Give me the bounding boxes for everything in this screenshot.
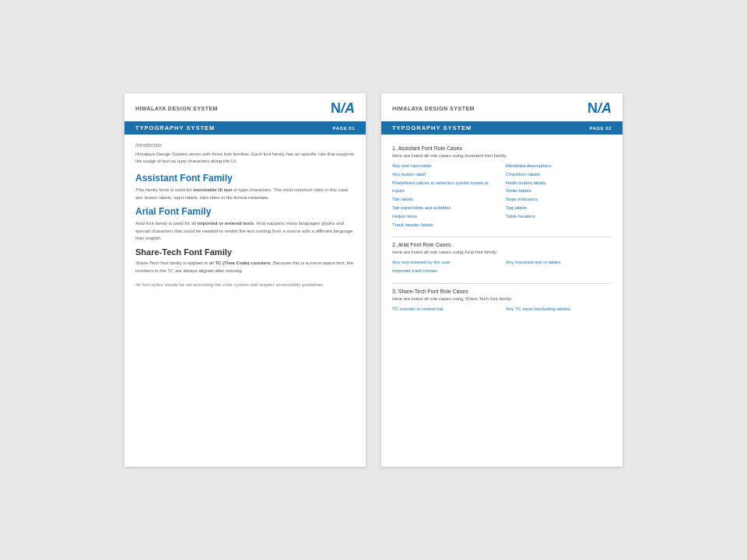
role2-left: Any text entered by the user Imported tr…: [392, 258, 498, 275]
role1-item-r2: Checkbox labels: [506, 170, 612, 179]
role1-item-6: Helper texts: [392, 212, 498, 221]
role1-item-7: Track header labels: [392, 221, 498, 229]
page-num-1: PAGE 01: [333, 126, 355, 131]
section1-heading: Assistant Font Family: [135, 173, 355, 184]
page1-content: Introduction Himalaya Design System work…: [124, 135, 366, 295]
role3-item-1: TC counter in control bar: [392, 305, 498, 313]
role1-item-2: Any button label: [392, 170, 498, 179]
role2-right: Any imported text in tables: [506, 258, 612, 275]
divider-2: [392, 283, 612, 284]
page2-banner: TYPOGRAPHY SYSTEM PAGE 02: [381, 121, 622, 135]
design-system-label-2: HIMALAYA DESIGN SYSTEM: [392, 106, 475, 111]
section2-body: Arial font family is used for all import…: [135, 220, 355, 243]
role2-item-r1: Any imported text in tables: [506, 258, 612, 267]
role3-desc: Here are listed all role cases using Sha…: [392, 296, 612, 301]
role1-item-r7: Table headers: [506, 212, 612, 221]
banner-title-1: TYPOGRAPHY SYSTEM: [135, 124, 215, 131]
page1-header: HIMALAYA DESIGN SYSTEM N/A: [124, 93, 366, 121]
role2-title: 2. Arial Font Role Cases: [392, 242, 612, 247]
role1-item-r4: Slider labels: [506, 187, 612, 195]
role1-item-5: Tab panel titles and subtitles: [392, 204, 498, 212]
intro-text: Himalaya Design System works with three …: [135, 151, 355, 165]
banner-title-2: TYPOGRAPHY SYSTEM: [392, 124, 472, 131]
role3-left: TC counter in control bar: [392, 305, 498, 313]
page-2: HIMALAYA DESIGN SYSTEM N/A TYPOGRAPHY SY…: [381, 93, 622, 467]
role1-item-r1: Metadata descriptions: [506, 162, 612, 170]
section1-body: This family fonts is used for immutable …: [135, 187, 355, 201]
logo-2: N/A: [587, 101, 612, 115]
role1-item-r6: Tag labels: [506, 204, 612, 212]
role3-item-r1: Any TC input (excluding tables): [506, 305, 612, 313]
role2-desc: Here are listed all role cases using Ari…: [392, 250, 612, 254]
role1-item-r3: Radio button labels: [506, 179, 612, 187]
role1-desc: Here are listed all role cases using Ass…: [392, 153, 612, 158]
role1-grid: Any text input label Any button label Pr…: [392, 162, 612, 229]
role2-item-2: Imported track names: [392, 267, 498, 275]
role1-item-3: Predefined values in selection combo box…: [392, 179, 498, 196]
role1-right: Metadata descriptions Checkbox labels Ra…: [506, 162, 612, 229]
page-1: HIMALAYA DESIGN SYSTEM N/A TYPOGRAPHY SY…: [124, 93, 366, 467]
role1-section: 1. Assistant Font Role Cases Here are li…: [392, 145, 612, 229]
intro-label: Introduction: [135, 142, 355, 148]
role2-item-1: Any text entered by the user: [392, 258, 498, 267]
footnote: All font styles should be set according …: [135, 282, 355, 287]
divider-1: [392, 236, 612, 237]
role1-item-4: Tab labels: [392, 195, 498, 204]
page-num-2: PAGE 02: [590, 126, 612, 131]
role1-left: Any text input label Any button label Pr…: [392, 162, 498, 229]
role1-item-r5: State indicators: [506, 195, 612, 204]
role3-right: Any TC input (excluding tables): [506, 305, 612, 313]
section3-heading: Share-Tech Font Family: [135, 247, 355, 257]
design-system-label-1: HIMALAYA DESIGN SYSTEM: [135, 106, 218, 111]
page1-banner: TYPOGRAPHY SYSTEM PAGE 01: [124, 121, 366, 135]
page2-content: 1. Assistant Font Role Cases Here are li…: [381, 135, 622, 329]
role3-section: 3. Share-Tech Font Role Cases Here are l…: [392, 289, 612, 313]
role2-section: 2. Arial Font Role Cases Here are listed…: [392, 242, 612, 275]
section2-heading: Arial Font Family: [135, 206, 355, 217]
role2-grid: Any text entered by the user Imported tr…: [392, 258, 612, 275]
logo-1: N/A: [331, 101, 355, 115]
role3-grid: TC counter in control bar Any TC input (…: [392, 305, 612, 313]
role3-title: 3. Share-Tech Font Role Cases: [392, 289, 612, 294]
section3-body: Share-Tech font family is applied in all…: [135, 260, 355, 275]
role1-item-1: Any text input label: [392, 162, 498, 170]
page2-header: HIMALAYA DESIGN SYSTEM N/A: [381, 93, 622, 121]
role1-title: 1. Assistant Font Role Cases: [392, 145, 612, 151]
